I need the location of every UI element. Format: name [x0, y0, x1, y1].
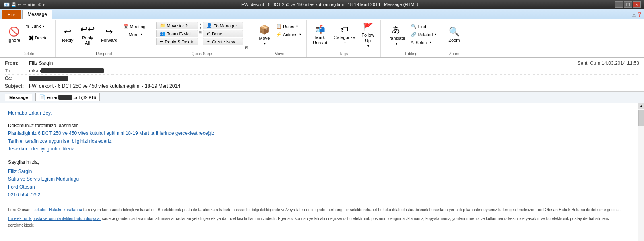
to-manager-button[interactable]: 👤 To Manager — [203, 22, 243, 29]
legal-link1[interactable]: Rekabet Hukuku kurallarina — [33, 208, 82, 212]
move-label: Move — [259, 36, 270, 41]
cc-label: Cc: — [5, 76, 29, 81]
done-button[interactable]: ✔ Done — [203, 30, 243, 37]
reply-delete-button[interactable]: ↩ Reply & Delete — [156, 38, 198, 45]
select-button[interactable]: ↖ Select ▾ — [409, 39, 439, 46]
scroll-thumb[interactable] — [638, 110, 644, 126]
find-button[interactable]: 🔍 Find — [409, 23, 439, 30]
create-new-button[interactable]: ✦ Create New — [203, 38, 243, 45]
body-line2: Planladigimiz 6 DCT 250 ve 450 vites kut… — [8, 130, 628, 137]
from-label: From: — [5, 60, 29, 66]
related-button[interactable]: 🔗 Related ▾ — [409, 31, 439, 38]
quicksteps-expand-btn[interactable]: ⊡ — [244, 45, 249, 51]
junk-button[interactable]: 🗑 Junk ▾ — [24, 23, 52, 30]
more-button[interactable]: ⋯ More ▾ — [121, 31, 149, 38]
related-label: Related — [418, 32, 433, 37]
ignore-icon: 🚫 — [8, 27, 19, 37]
attachment-bar: Message 📄 erkan████.pdf (39 KB) — [0, 92, 644, 103]
meeting-button[interactable]: 📅 Meeting — [121, 23, 149, 30]
move-group-label: Move — [255, 51, 304, 57]
restore-button[interactable]: ❐ — [624, 1, 632, 8]
respond-small-col: 📅 Meeting ⋯ More ▾ — [121, 22, 149, 38]
move-to-button[interactable]: 📁 Move to: ? — [156, 22, 198, 29]
actions-icon: ⚡ — [276, 32, 282, 37]
markunread-label: MarkUnread — [313, 35, 327, 45]
meeting-label: Meeting — [130, 24, 146, 29]
replydelete-label: Reply & Delete — [165, 39, 194, 44]
to-redacted: ████████████████.com) — [41, 68, 104, 73]
tags-group-label: Tags — [309, 51, 378, 57]
zoom-button[interactable]: 🔍 Zoom — [445, 22, 463, 48]
find-label: Find — [418, 24, 426, 29]
qa-save[interactable]: 💾 — [11, 2, 16, 7]
move-arrow: ▾ — [264, 42, 266, 45]
tab-file[interactable]: File — [2, 10, 21, 19]
reply-icon: ↩ — [64, 27, 71, 37]
delete-group-label: Delete — [4, 51, 53, 57]
team-email-button[interactable]: 👥 Team E-Mail — [156, 30, 198, 37]
delete-buttons: 🚫 Ignore 🗑 Junk ▾ ✖ Delete — [4, 20, 53, 51]
qa-print[interactable]: 🖨 — [37, 2, 41, 7]
translate-button[interactable]: あ Translate ▾ — [384, 22, 408, 48]
junk-label: Junk — [31, 24, 41, 29]
body-content: Merhaba Erkan Bey, Dekontunuz tarafimiza… — [8, 109, 636, 229]
legal-link2[interactable]: Bu elektronik posta ve onunla iletilen b… — [8, 216, 101, 221]
qs-up-arrow[interactable]: ▲ — [199, 23, 202, 26]
quicksteps-buttons: 📁 Move to: ? 👥 Team E-Mail ↩ Reply & Del… — [156, 22, 198, 45]
minimize-button[interactable]: — — [615, 1, 623, 8]
to-row: To: erkan████████████████.com) — [5, 67, 639, 75]
subject-label: Subject: — [5, 83, 29, 89]
related-arrow: ▾ — [435, 33, 436, 36]
message-tab[interactable]: Message — [5, 94, 32, 101]
forward-button[interactable]: ↪ Forward — [98, 22, 120, 48]
qa-redo[interactable]: ↪ — [23, 2, 26, 7]
delete-icon: ✖ — [28, 34, 34, 43]
rules-arrow: ▾ — [296, 25, 298, 28]
done-icon: ✔ — [206, 31, 210, 36]
qs-expand-icon[interactable]: ⊞ — [199, 30, 202, 34]
forward-icon: ↪ — [105, 27, 113, 37]
to-label: To: — [5, 68, 29, 74]
qa-undo[interactable]: ↩ — [18, 2, 21, 7]
followup-button[interactable]: 🚩 FollowUp ▾ — [359, 22, 377, 48]
subject-row: Subject: FW: dekont - 6 DCT 250 ve 450 v… — [5, 82, 639, 90]
ribbon-help-icons: △ ❓ — [632, 12, 642, 19]
moveto-icon: 📁 — [160, 23, 165, 28]
select-arrow: ▾ — [430, 41, 431, 44]
close-button[interactable]: ✕ — [633, 1, 641, 8]
tab-message[interactable]: Message — [22, 10, 52, 19]
delete-button[interactable]: ✖ Delete — [24, 30, 52, 46]
junk-icon: 🗑 — [26, 24, 30, 29]
sent-label: Sent: — [578, 60, 589, 66]
mark-unread-button[interactable]: 📬 MarkUnread — [310, 22, 330, 48]
pdf-attachment[interactable]: 📄 erkan████.pdf (39 KB) — [35, 93, 99, 101]
moveto-label: Move to: ? — [167, 23, 188, 28]
markunread-icon: 📬 — [315, 25, 325, 34]
translate-icon: あ — [392, 24, 400, 35]
scroll-track[interactable] — [638, 109, 644, 241]
scroll-up-button[interactable]: ▲ — [638, 103, 644, 109]
createnew-label: Create New — [212, 39, 235, 44]
pdf-filename: erkan████.pdf (39 KB) — [47, 95, 96, 100]
move-button[interactable]: 📦 Move ▾ — [256, 22, 273, 48]
quicksteps-scroll: ▲ ▼ ⊞ — [199, 22, 202, 35]
ignore-button[interactable]: 🚫 Ignore — [5, 22, 23, 48]
qa-prev[interactable]: ◀ — [27, 2, 31, 7]
qa-next[interactable]: ▶ — [32, 2, 35, 7]
qs-down-arrow[interactable]: ▼ — [199, 26, 202, 30]
replydelete-icon: ↩ — [160, 39, 163, 44]
sig-company: Ford Otosan — [8, 183, 628, 191]
cc-row: Cc: ████████████ — [5, 75, 639, 82]
reply-all-button[interactable]: ↩↩ ReplyAll — [77, 22, 97, 48]
reply-button[interactable]: ↩ Reply — [59, 22, 76, 48]
rules-button[interactable]: 📋 Rules ▾ — [274, 23, 303, 30]
actions-button[interactable]: ⚡ Actions ▾ — [274, 31, 303, 38]
categorize-button[interactable]: 🏷 Categorize ▾ — [331, 22, 358, 48]
editing-small-col: 🔍 Find 🔗 Related ▾ ↖ Select ▾ — [409, 22, 439, 46]
more-icon: ⋯ — [123, 32, 128, 37]
translate-label: Translate — [387, 36, 405, 41]
move-icon: 📦 — [259, 25, 270, 35]
createnew-icon: ✦ — [206, 39, 210, 44]
tomanager-label: To Manager — [214, 23, 237, 28]
teamemail-label: Team E-Mail — [167, 31, 192, 36]
